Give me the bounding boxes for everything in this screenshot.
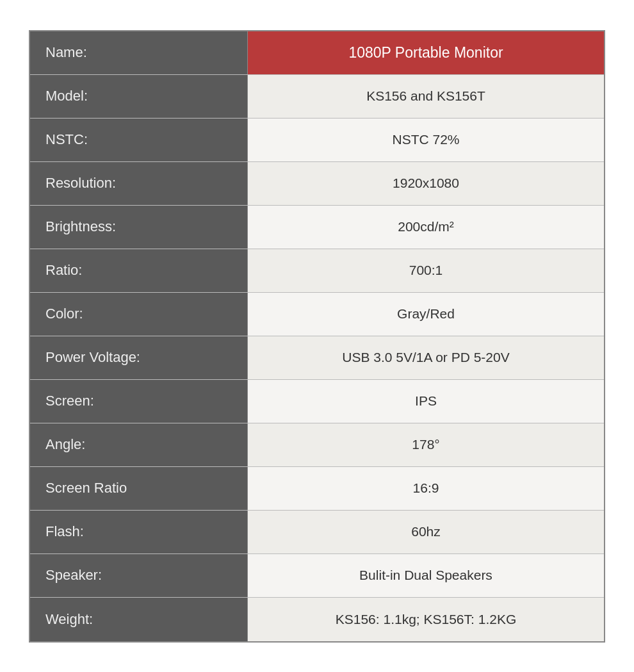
spec-label: NSTC: [30, 119, 248, 161]
spec-label: Weight: [30, 598, 248, 641]
table-row: Ratio:700:1 [30, 249, 604, 293]
spec-value: Gray/Red [248, 293, 604, 336]
spec-value: 700:1 [248, 249, 604, 292]
spec-value: KS156 and KS156T [248, 75, 604, 118]
spec-label: Name: [30, 31, 248, 74]
spec-value: 16:9 [248, 467, 604, 510]
table-row: Screen:IPS [30, 380, 604, 423]
spec-value: 1080P Portable Monitor [248, 31, 604, 74]
table-row: Brightness:200cd/m² [30, 206, 604, 249]
table-row: Resolution:1920x1080 [30, 162, 604, 206]
spec-table: Name:1080P Portable MonitorModel:KS156 a… [29, 30, 605, 643]
spec-value: IPS [248, 380, 604, 423]
spec-value: 60hz [248, 511, 604, 553]
spec-value: NSTC 72% [248, 119, 604, 161]
spec-label: Power Voltage: [30, 336, 248, 379]
spec-label: Ratio: [30, 249, 248, 292]
table-row: Power Voltage:USB 3.0 5V/1A or PD 5-20V [30, 336, 604, 380]
table-row: NSTC:NSTC 72% [30, 119, 604, 162]
table-row: Flash:60hz [30, 511, 604, 554]
spec-label: Screen Ratio [30, 467, 248, 510]
spec-label: Color: [30, 293, 248, 336]
spec-label: Brightness: [30, 206, 248, 249]
spec-value: 200cd/m² [248, 206, 604, 249]
table-row: Color:Gray/Red [30, 293, 604, 336]
spec-value: KS156: 1.1kg; KS156T: 1.2KG [248, 598, 604, 641]
spec-label: Speaker: [30, 554, 248, 597]
table-row: Angle:178° [30, 423, 604, 467]
spec-value: 1920x1080 [248, 162, 604, 205]
spec-label: Screen: [30, 380, 248, 423]
spec-label: Resolution: [30, 162, 248, 205]
table-row: Speaker:Bulit-in Dual Speakers [30, 554, 604, 598]
spec-label: Angle: [30, 423, 248, 466]
table-row: Screen Ratio16:9 [30, 467, 604, 511]
spec-label: Flash: [30, 511, 248, 553]
spec-value: Bulit-in Dual Speakers [248, 554, 604, 597]
spec-value: 178° [248, 423, 604, 466]
table-row: Model:KS156 and KS156T [30, 75, 604, 119]
table-row: Name:1080P Portable Monitor [30, 31, 604, 75]
spec-label: Model: [30, 75, 248, 118]
spec-value: USB 3.0 5V/1A or PD 5-20V [248, 336, 604, 379]
table-row: Weight:KS156: 1.1kg; KS156T: 1.2KG [30, 598, 604, 641]
